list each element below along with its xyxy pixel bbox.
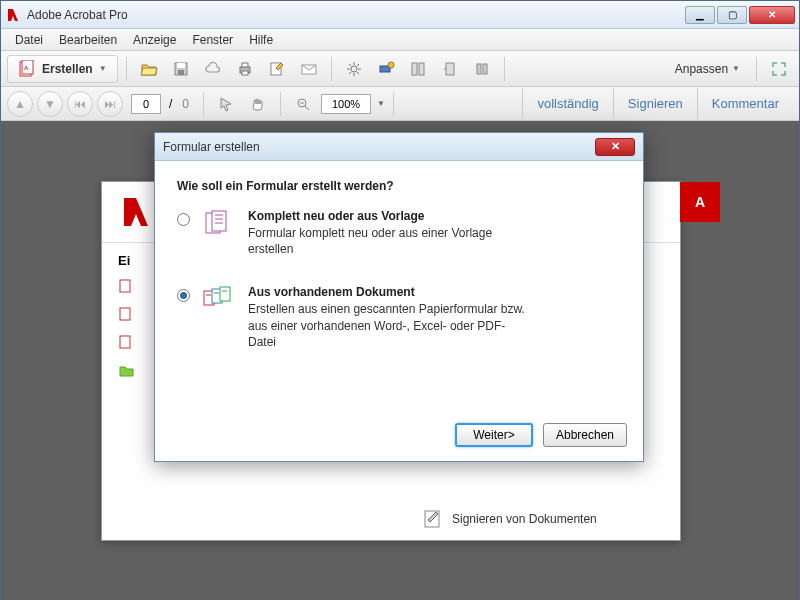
titlebar: Adobe Acrobat Pro ▁ ▢ ✕	[1, 1, 799, 29]
chevron-down-icon: ▼	[99, 64, 107, 73]
settings-button[interactable]	[340, 55, 368, 83]
option-existing-doc[interactable]: Aus vorhandenem Dokument Erstellen aus e…	[177, 285, 621, 350]
existing-doc-icon	[202, 285, 236, 315]
svg-line-29	[305, 106, 309, 110]
svg-text:A: A	[24, 65, 29, 71]
edit-button[interactable]	[263, 55, 291, 83]
tool-c-button[interactable]	[468, 55, 496, 83]
radio-existing-doc[interactable]	[177, 289, 190, 302]
sign-label: Signieren von Dokumenten	[452, 512, 597, 526]
page-up-button[interactable]: ▲	[7, 91, 33, 117]
save-button[interactable]	[167, 55, 195, 83]
zoom-value[interactable]: 100%	[321, 94, 371, 114]
adobe-badge: A	[680, 182, 720, 222]
create-button-label: Erstellen	[42, 62, 93, 76]
acrobat-logo-icon	[118, 194, 154, 230]
window-controls: ▁ ▢ ✕	[683, 6, 795, 24]
close-button[interactable]: ✕	[749, 6, 795, 24]
menu-fenster[interactable]: Fenster	[184, 31, 241, 49]
window-title: Adobe Acrobat Pro	[27, 8, 683, 22]
tool-b-button[interactable]	[436, 55, 464, 83]
link-signieren[interactable]: Signieren	[613, 88, 697, 119]
svg-rect-22	[412, 63, 417, 75]
option-desc: Erstellen aus einen gescannten Papierfor…	[248, 301, 528, 350]
quick-print-button[interactable]	[372, 55, 400, 83]
pointer-tool-button[interactable]	[212, 90, 240, 118]
fullscreen-button[interactable]	[765, 55, 793, 83]
dialog-titlebar: Formular erstellen ✕	[155, 133, 643, 161]
svg-point-21	[388, 62, 394, 68]
chevron-down-icon: ▼	[732, 64, 740, 73]
svg-rect-26	[477, 64, 481, 74]
pdf-create-icon: A	[18, 60, 36, 78]
create-form-dialog: Formular erstellen ✕ Wie soll ein Formul…	[154, 132, 644, 462]
cancel-button[interactable]: Abbrechen	[543, 423, 627, 447]
menubar: Datei Bearbeiten Anzeige Fenster Hilfe	[1, 29, 799, 51]
svg-rect-4	[177, 63, 185, 68]
option-new-template[interactable]: Komplett neu oder aus Vorlage Formular k…	[177, 209, 621, 257]
menu-anzeige[interactable]: Anzeige	[125, 31, 184, 49]
menu-datei[interactable]: Datei	[7, 31, 51, 49]
option-title: Aus vorhandenem Dokument	[248, 285, 528, 299]
svg-rect-27	[483, 64, 487, 74]
svg-line-17	[357, 72, 359, 74]
cloud-button[interactable]	[199, 55, 227, 83]
svg-rect-31	[120, 280, 130, 292]
customize-button[interactable]: Anpassen ▼	[667, 58, 748, 80]
menu-bearbeiten[interactable]: Bearbeiten	[51, 31, 125, 49]
page-down-button[interactable]: ▼	[37, 91, 63, 117]
customize-label: Anpassen	[675, 62, 728, 76]
option-title: Komplett neu oder aus Vorlage	[248, 209, 528, 223]
svg-point-11	[351, 66, 357, 72]
nav-toolbar: ▲ ▼ ⏮ ⏭ / 0 100% ▼ vollständig Signieren…	[1, 87, 799, 121]
tool-a-button[interactable]	[404, 55, 432, 83]
menu-hilfe[interactable]: Hilfe	[241, 31, 281, 49]
chevron-down-icon[interactable]: ▼	[377, 99, 385, 108]
print-button[interactable]	[231, 55, 259, 83]
option-desc: Formular komplett neu oder aus einer Vor…	[248, 225, 528, 257]
app-icon	[5, 7, 21, 23]
page-first-button[interactable]: ⏮	[67, 91, 93, 117]
svg-rect-8	[242, 71, 248, 75]
template-icon	[202, 209, 236, 239]
next-button[interactable]: Weiter>	[455, 423, 533, 447]
minimize-button[interactable]: ▁	[685, 6, 715, 24]
right-panel-links: vollständig Signieren Kommentar	[522, 88, 793, 119]
open-button[interactable]	[135, 55, 163, 83]
svg-line-16	[349, 64, 351, 66]
page-sep: /	[169, 97, 172, 111]
svg-rect-32	[120, 308, 130, 320]
svg-line-18	[349, 72, 351, 74]
svg-line-19	[357, 64, 359, 66]
svg-rect-42	[220, 287, 230, 301]
svg-rect-36	[212, 211, 226, 231]
hand-tool-button[interactable]	[244, 90, 272, 118]
svg-rect-33	[120, 336, 130, 348]
main-toolbar: A Erstellen ▼ Anpassen ▼	[1, 51, 799, 87]
maximize-button[interactable]: ▢	[717, 6, 747, 24]
link-kommentar[interactable]: Kommentar	[697, 88, 793, 119]
dialog-close-button[interactable]: ✕	[595, 138, 635, 156]
svg-rect-24	[446, 63, 454, 75]
svg-rect-7	[242, 63, 248, 67]
dialog-prompt: Wie soll ein Formular erstellt werden?	[177, 179, 621, 193]
dialog-title-text: Formular erstellen	[163, 140, 260, 154]
create-button[interactable]: A Erstellen ▼	[7, 55, 118, 83]
mail-button[interactable]	[295, 55, 323, 83]
sign-documents-row[interactable]: Signieren von Dokumenten	[422, 508, 597, 530]
link-vollstaendig[interactable]: vollständig	[522, 88, 612, 119]
svg-rect-23	[419, 63, 424, 75]
radio-new-template[interactable]	[177, 213, 190, 226]
zoom-out-button[interactable]	[289, 90, 317, 118]
svg-rect-5	[178, 70, 184, 75]
page-last-button[interactable]: ⏭	[97, 91, 123, 117]
page-number-input[interactable]	[131, 94, 161, 114]
page-total: 0	[182, 97, 189, 111]
sign-icon	[422, 508, 444, 530]
